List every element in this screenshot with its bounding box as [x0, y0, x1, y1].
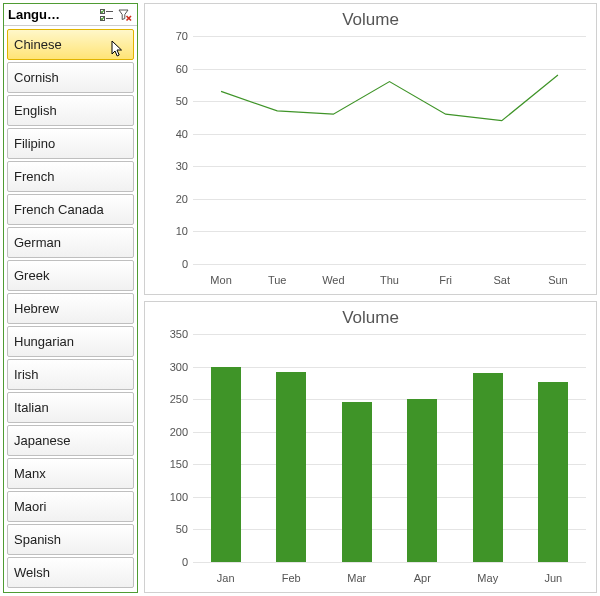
slicer-item-label: Hebrew — [14, 301, 59, 316]
line-chart-plot: 010203040506070MonTueWedThuFriSatSun — [193, 36, 586, 264]
x-tick-label: May — [477, 572, 498, 584]
x-tick-label: Feb — [282, 572, 301, 584]
slicer-title: Langu… — [8, 7, 97, 22]
y-tick-label: 300 — [158, 361, 188, 373]
gridline — [193, 529, 586, 530]
slicer-item-label: Maori — [14, 499, 47, 514]
slicer-item-label: Irish — [14, 367, 39, 382]
slicer-item[interactable]: Hungarian — [7, 326, 134, 357]
slicer-item-label: English — [14, 103, 57, 118]
gridline — [193, 399, 586, 400]
y-tick-label: 10 — [158, 225, 188, 237]
line-chart-panel: Volume 010203040506070MonTueWedThuFriSat… — [144, 3, 597, 295]
multi-select-icon[interactable] — [99, 7, 115, 23]
slicer-item[interactable]: Japanese — [7, 425, 134, 456]
x-tick-label: Jun — [544, 572, 562, 584]
slicer-items: ChineseCornishEnglishFilipinoFrenchFrenc… — [4, 26, 137, 592]
x-tick-label: Tue — [268, 274, 287, 286]
y-tick-label: 50 — [158, 95, 188, 107]
slicer-item-label: French Canada — [14, 202, 104, 217]
bar-chart-plot: 050100150200250300350JanFebMarAprMayJun — [193, 334, 586, 562]
x-tick-label: Mon — [210, 274, 231, 286]
y-tick-label: 0 — [158, 258, 188, 270]
y-tick-label: 60 — [158, 63, 188, 75]
slicer-item[interactable]: Greek — [7, 260, 134, 291]
slicer-item[interactable]: German — [7, 227, 134, 258]
gridline — [193, 367, 586, 368]
x-tick-label: Apr — [414, 572, 431, 584]
bar — [276, 372, 306, 562]
slicer-item-label: Chinese — [14, 37, 62, 52]
gridline — [193, 432, 586, 433]
slicer-item-label: Greek — [14, 268, 49, 283]
x-tick-label: Sun — [548, 274, 568, 286]
y-tick-label: 30 — [158, 160, 188, 172]
gridline — [193, 562, 586, 563]
slicer-item-label: French — [14, 169, 54, 184]
slicer-item[interactable]: Spanish — [7, 524, 134, 555]
slicer-item-label: Manx — [14, 466, 46, 481]
slicer-item[interactable]: Irish — [7, 359, 134, 390]
bar — [407, 399, 437, 562]
line-chart-title: Volume — [145, 4, 596, 30]
y-tick-label: 200 — [158, 426, 188, 438]
mouse-cursor-icon — [111, 39, 125, 60]
y-tick-label: 150 — [158, 458, 188, 470]
x-tick-label: Jan — [217, 572, 235, 584]
bar-chart-title: Volume — [145, 302, 596, 328]
line-series — [193, 36, 586, 264]
gridline — [193, 497, 586, 498]
x-tick-label: Wed — [322, 274, 344, 286]
x-tick-label: Thu — [380, 274, 399, 286]
x-tick-label: Fri — [439, 274, 452, 286]
bar — [342, 402, 372, 562]
slicer-item-label: Welsh — [14, 565, 50, 580]
gridline — [193, 464, 586, 465]
slicer-item[interactable]: English — [7, 95, 134, 126]
slicer-header: Langu… — [4, 4, 137, 26]
bar — [473, 373, 503, 562]
y-tick-label: 0 — [158, 556, 188, 568]
slicer-item[interactable]: French Canada — [7, 194, 134, 225]
slicer-item[interactable]: French — [7, 161, 134, 192]
slicer-item-label: German — [14, 235, 61, 250]
slicer-item[interactable]: Italian — [7, 392, 134, 423]
slicer-item-label: Italian — [14, 400, 49, 415]
language-slicer: Langu… ChineseCornishEnglish — [3, 3, 138, 593]
slicer-item-label: Cornish — [14, 70, 59, 85]
slicer-item[interactable]: Chinese — [7, 29, 134, 60]
slicer-item-label: Spanish — [14, 532, 61, 547]
slicer-item[interactable]: Welsh — [7, 557, 134, 588]
gridline — [193, 264, 586, 265]
y-tick-label: 50 — [158, 523, 188, 535]
slicer-item[interactable]: Hebrew — [7, 293, 134, 324]
slicer-item-label: Japanese — [14, 433, 70, 448]
y-tick-label: 70 — [158, 30, 188, 42]
bar — [538, 382, 568, 562]
y-tick-label: 100 — [158, 491, 188, 503]
slicer-item[interactable]: Manx — [7, 458, 134, 489]
y-tick-label: 250 — [158, 393, 188, 405]
slicer-item[interactable]: Filipino — [7, 128, 134, 159]
slicer-item-label: Hungarian — [14, 334, 74, 349]
y-tick-label: 40 — [158, 128, 188, 140]
clear-filter-icon[interactable] — [117, 7, 133, 23]
charts-column: Volume 010203040506070MonTueWedThuFriSat… — [144, 3, 597, 593]
x-tick-label: Mar — [347, 572, 366, 584]
gridline — [193, 334, 586, 335]
y-tick-label: 350 — [158, 328, 188, 340]
slicer-item[interactable]: Cornish — [7, 62, 134, 93]
x-tick-label: Sat — [494, 274, 511, 286]
bar-chart-panel: Volume 050100150200250300350JanFebMarApr… — [144, 301, 597, 593]
slicer-item-label: Filipino — [14, 136, 55, 151]
bar — [211, 367, 241, 562]
y-tick-label: 20 — [158, 193, 188, 205]
slicer-item[interactable]: Maori — [7, 491, 134, 522]
